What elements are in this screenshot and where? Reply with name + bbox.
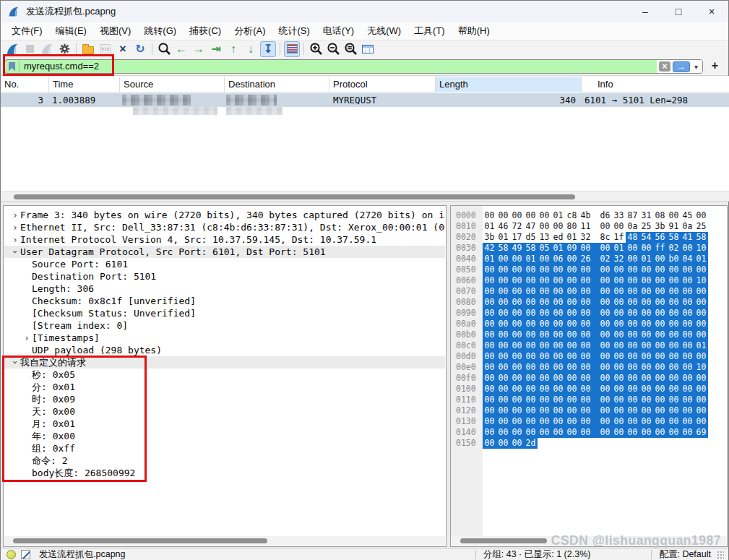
hex-byte[interactable]: 00 — [612, 416, 626, 427]
auto-scroll-icon[interactable]: ↧ — [260, 41, 276, 57]
find-packet-icon[interactable] — [156, 41, 172, 57]
hex-byte[interactable]: 00 — [653, 340, 667, 351]
column-header-no[interactable]: No. — [1, 77, 49, 92]
hex-byte[interactable]: 00 — [524, 384, 538, 395]
hex-byte[interactable]: 00 — [579, 427, 592, 438]
hex-row[interactable]: 00c000000000000000000000000000000001 — [451, 340, 727, 351]
hex-byte[interactable]: 00 — [496, 351, 510, 362]
hex-byte[interactable]: 00 — [694, 373, 708, 384]
menu-item[interactable]: 电话(Y) — [316, 22, 361, 40]
hex-byte[interactable]: 00 — [524, 210, 538, 221]
hex-byte[interactable]: 26 — [579, 254, 592, 264]
hex-byte[interactable]: 00 — [538, 254, 551, 264]
hex-byte[interactable]: 00 — [626, 351, 639, 362]
expander-icon[interactable]: › — [10, 233, 20, 246]
hex-byte[interactable]: 00 — [551, 384, 565, 395]
hex-byte[interactable]: 00 — [524, 427, 538, 438]
hex-byte[interactable]: 00 — [483, 275, 496, 286]
hex-byte[interactable]: 00 — [551, 340, 565, 351]
filter-add-button[interactable]: + — [712, 59, 718, 72]
hex-byte[interactable]: 01 — [524, 254, 538, 264]
hex-byte[interactable]: 11 — [579, 221, 592, 232]
hex-byte[interactable]: 00 — [639, 308, 653, 319]
hex-byte[interactable]: 48 — [626, 232, 639, 243]
hex-byte[interactable]: 00 — [626, 319, 639, 329]
hex-byte[interactable]: 00 — [626, 373, 639, 384]
hex-byte[interactable]: 00 — [579, 243, 592, 254]
hex-byte[interactable]: 00 — [496, 362, 510, 373]
hex-byte[interactable]: 01 — [551, 210, 565, 221]
hex-byte[interactable]: 00 — [551, 427, 565, 438]
hex-byte[interactable]: 00 — [551, 221, 565, 232]
hex-byte[interactable]: 00 — [694, 308, 708, 319]
hex-byte[interactable]: 00 — [626, 243, 639, 254]
menu-item[interactable]: 分析(A) — [228, 22, 272, 40]
hex-byte[interactable]: 00 — [694, 319, 708, 329]
hex-byte[interactable]: 00 — [510, 362, 524, 373]
hex-row[interactable]: 010000000000000000000000000000000000 — [451, 384, 727, 395]
hex-byte[interactable]: 00 — [565, 405, 579, 416]
hex-byte[interactable]: 00 — [510, 438, 524, 449]
go-to-packet-icon[interactable]: ⇥ — [208, 41, 224, 57]
hex-byte[interactable]: 00 — [653, 329, 667, 340]
expander-icon[interactable]: › — [10, 209, 20, 221]
hex-byte[interactable]: 58 — [496, 243, 510, 254]
hex-byte[interactable]: 00 — [681, 340, 694, 351]
hex-byte[interactable]: 00 — [538, 308, 551, 319]
hex-byte[interactable]: 00 — [538, 416, 551, 427]
detail-row[interactable]: Destination Port: 5101 — [4, 270, 445, 283]
hex-byte[interactable]: 2d — [524, 438, 538, 449]
hex-byte[interactable]: 00 — [681, 243, 694, 254]
column-header-info[interactable]: Info — [582, 77, 729, 92]
detail-row[interactable]: ›User Datagram Protocol, Src Port: 6101,… — [4, 246, 445, 258]
expert-info-icon[interactable] — [7, 550, 16, 559]
hex-byte[interactable]: d5 — [524, 232, 538, 243]
hex-byte[interactable]: 00 — [496, 373, 510, 384]
hex-byte[interactable]: 32 — [579, 232, 592, 243]
hex-byte[interactable]: 00 — [653, 373, 667, 384]
colorize-packets-icon[interactable] — [284, 41, 300, 57]
hex-byte[interactable]: 00 — [653, 275, 667, 286]
hex-byte[interactable]: 01 — [694, 254, 708, 264]
hex-byte[interactable]: 58 — [694, 232, 708, 243]
hex-byte[interactable]: 00 — [667, 362, 681, 373]
menu-item[interactable]: 统计(S) — [272, 22, 316, 40]
hex-byte[interactable]: 00 — [667, 297, 681, 308]
hex-byte[interactable]: 00 — [579, 264, 592, 275]
hex-byte[interactable]: 02 — [598, 254, 612, 264]
hex-byte[interactable]: 00 — [598, 416, 612, 427]
hex-byte[interactable]: 00 — [551, 264, 565, 275]
filter-dropdown-icon[interactable]: ▾ — [692, 63, 700, 71]
hex-byte[interactable]: 00 — [551, 319, 565, 329]
hex-byte[interactable]: 00 — [653, 308, 667, 319]
hex-byte[interactable]: 00 — [612, 351, 626, 362]
hex-byte[interactable]: 00 — [551, 286, 565, 297]
hex-byte[interactable]: 00 — [694, 329, 708, 340]
hex-byte[interactable]: 00 — [496, 254, 510, 264]
hex-byte[interactable]: 00 — [653, 319, 667, 329]
hex-byte[interactable]: 00 — [524, 275, 538, 286]
hex-byte[interactable]: 00 — [524, 362, 538, 373]
hex-byte[interactable]: 00 — [612, 427, 626, 438]
hex-row[interactable]: 007000000000000000000000000000000000 — [451, 286, 727, 297]
hex-byte[interactable]: 00 — [483, 297, 496, 308]
capture-comment-icon[interactable] — [21, 550, 30, 559]
hex-byte[interactable]: 01 — [483, 254, 496, 264]
hex-byte[interactable]: 00 — [653, 405, 667, 416]
hex-byte[interactable]: 45 — [681, 210, 694, 221]
maximize-button[interactable]: □ — [662, 1, 695, 22]
hex-byte[interactable]: 00 — [667, 416, 681, 427]
hex-byte[interactable]: 1f — [612, 232, 626, 243]
hex-row[interactable]: 005000000000000000000000000000000000 — [451, 264, 727, 275]
hex-byte[interactable]: 00 — [598, 351, 612, 362]
go-forward-icon[interactable]: → — [191, 41, 207, 57]
hex-byte[interactable]: 10 — [694, 243, 708, 254]
hex-byte[interactable]: 00 — [551, 275, 565, 286]
hex-byte[interactable]: 00 — [598, 427, 612, 438]
hex-row[interactable]: 00f000000000000000000000000000000000 — [451, 373, 727, 384]
hex-byte[interactable]: 00 — [612, 264, 626, 275]
detail-row[interactable]: Source Port: 6101 — [4, 258, 445, 270]
menu-item[interactable]: 无线(W) — [361, 22, 407, 40]
close-button[interactable]: × — [695, 1, 728, 22]
resize-grip[interactable] — [717, 551, 724, 559]
